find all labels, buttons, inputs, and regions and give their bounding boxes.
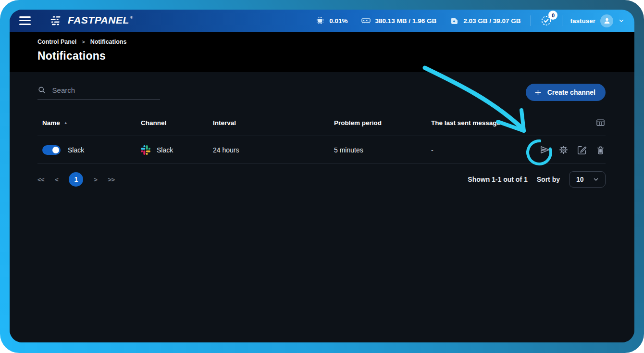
sliders-icon <box>49 16 63 26</box>
row-channel: Slack <box>157 146 173 154</box>
main-content: Create channel Name ▲ Channel Interval P… <box>10 72 634 342</box>
column-settings-button[interactable] <box>595 118 606 127</box>
disk-stat: 2.03 GB / 39.07 GB <box>449 16 520 25</box>
send-test-button[interactable] <box>539 144 550 155</box>
registered-mark: ® <box>130 15 133 20</box>
fastpanel-logo[interactable]: FASTPANEL ® <box>49 15 133 26</box>
trash-icon <box>595 145 606 155</box>
row-last-sent-message: - <box>431 146 533 154</box>
shown-count: Shown 1-1 out of 1 <box>468 176 527 183</box>
page-title: Notifications <box>37 50 607 63</box>
ram-stat: 380.13 MB / 1.96 GB <box>361 16 437 25</box>
cpu-icon <box>315 16 325 25</box>
hamburger-icon <box>19 16 31 18</box>
row-name: Slack <box>68 146 84 154</box>
username: fastuser <box>570 17 595 25</box>
person-icon <box>603 16 611 25</box>
last-page-button[interactable]: >> <box>108 176 114 183</box>
divider <box>531 15 531 26</box>
delete-button[interactable] <box>595 145 606 155</box>
first-page-button[interactable]: << <box>37 176 44 183</box>
tasks-badge: 0 <box>548 11 557 20</box>
column-header-last-sent[interactable]: The last sent message <box>431 119 533 126</box>
chevron-down-icon <box>618 17 625 24</box>
cpu-value: 0.01% <box>329 17 347 25</box>
notifications-table: Name ▲ Channel Interval Problem period T… <box>37 114 606 164</box>
table-row: Slack Slack 24 hours 5 minutes - <box>37 136 606 164</box>
logo-text: FASTPANEL <box>68 15 129 25</box>
user-menu[interactable]: fastuser <box>570 14 625 27</box>
search-box <box>37 85 160 100</box>
create-channel-button[interactable]: Create channel <box>526 84 606 101</box>
sort-asc-icon: ▲ <box>64 121 68 125</box>
send-icon <box>539 144 550 155</box>
cpu-stat: 0.01% <box>315 16 347 25</box>
top-bar: FASTPANEL ® 0.01% <box>10 10 634 32</box>
plus-icon <box>534 88 542 97</box>
slack-icon <box>141 145 150 155</box>
pagination-row: << < 1 > >> Shown 1-1 out of 1 Sort by 1… <box>37 171 606 188</box>
breadcrumb: Control Panel > Notifications <box>37 38 607 45</box>
tasks-button[interactable]: 0 <box>539 13 554 28</box>
breadcrumb-separator: > <box>82 39 85 45</box>
chevron-down-icon <box>593 176 599 183</box>
column-header-name[interactable]: Name ▲ <box>42 119 141 126</box>
column-header-interval[interactable]: Interval <box>213 119 334 126</box>
pagination: << < 1 > >> <box>37 172 115 187</box>
page-header: Control Panel > Notifications Notificati… <box>10 32 634 72</box>
edit-icon <box>577 145 587 155</box>
sort-by-label: Sort by <box>537 176 560 183</box>
prev-page-button[interactable]: < <box>55 176 58 183</box>
search-input[interactable] <box>52 86 160 94</box>
settings-button[interactable] <box>558 145 569 155</box>
ram-value: 380.13 MB / 1.96 GB <box>375 17 437 25</box>
column-header-channel[interactable]: Channel <box>141 119 213 126</box>
app-window: FASTPANEL ® 0.01% <box>10 10 634 342</box>
row-interval: 24 hours <box>213 146 334 154</box>
disk-icon <box>449 16 459 25</box>
next-page-button[interactable]: > <box>94 176 97 183</box>
table-columns-icon <box>595 118 606 127</box>
edit-button[interactable] <box>577 145 587 155</box>
toggle-slack-enabled[interactable] <box>42 145 61 155</box>
resource-stats: 0.01% 380.13 MB / 1.96 GB 2.03 GB / 3 <box>315 13 625 28</box>
table-header: Name ▲ Channel Interval Problem period T… <box>37 114 606 136</box>
page-1-button[interactable]: 1 <box>69 172 83 187</box>
ram-icon <box>361 16 371 25</box>
page-size-select[interactable]: 10 <box>569 171 606 188</box>
avatar <box>600 14 613 27</box>
create-channel-label: Create channel <box>547 88 595 96</box>
breadcrumb-notifications: Notifications <box>90 38 127 45</box>
gear-icon <box>558 145 569 155</box>
page-size-value: 10 <box>576 176 584 183</box>
disk-value: 2.03 GB / 39.07 GB <box>463 17 520 25</box>
menu-button[interactable] <box>15 13 35 29</box>
breadcrumb-control-panel[interactable]: Control Panel <box>37 38 76 45</box>
search-icon <box>37 85 46 95</box>
column-header-problem-period[interactable]: Problem period <box>334 119 431 126</box>
divider <box>562 15 562 26</box>
row-problem-period: 5 minutes <box>334 146 431 154</box>
